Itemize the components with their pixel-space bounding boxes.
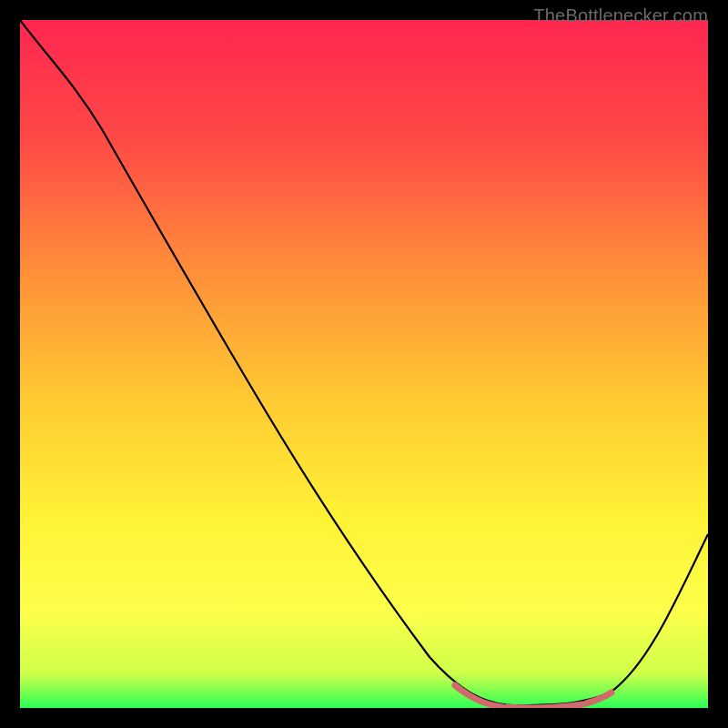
svg-point-0 <box>452 682 458 688</box>
svg-point-3 <box>580 702 585 707</box>
plot-background <box>20 20 708 708</box>
chart-frame <box>20 20 708 708</box>
svg-point-4 <box>609 690 614 695</box>
watermark-text: TheBottlenecker.com <box>533 5 708 26</box>
chart-svg <box>20 20 708 708</box>
